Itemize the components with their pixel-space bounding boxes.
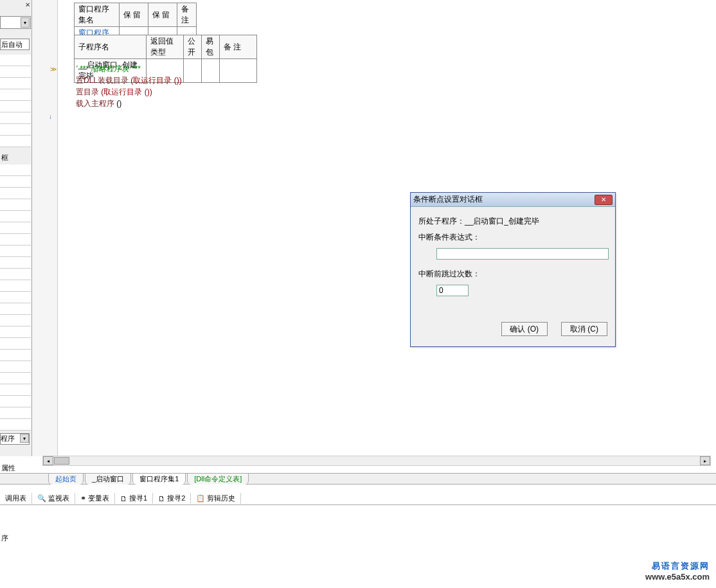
code-editor[interactable]: 窗口程序集名 保 留 保 留 备 注 窗口程序集1 子程序名 返回值类型 公 开…: [58, 0, 716, 456]
col-keep2: 保 留: [148, 3, 177, 27]
watermark: 易语言资源网 www.e5a5x.com: [645, 560, 710, 582]
col-sub-name: 子程序名: [75, 35, 147, 59]
sub-value: __启动窗口_创建完毕: [465, 217, 539, 226]
chevron-down-icon: ▾: [20, 434, 29, 443]
scroll-left-icon[interactable]: ◂: [43, 456, 53, 465]
col-note2: 备 注: [220, 35, 257, 59]
left-dropdown-1[interactable]: ▾: [0, 16, 31, 29]
cancel-button[interactable]: 取消 (C): [561, 322, 607, 336]
tab-startup-window[interactable]: _启动窗口: [85, 473, 131, 485]
skip-count-input[interactable]: [436, 285, 469, 296]
skip-label: 中断前跳过次数：: [418, 269, 607, 280]
scroll-right-icon[interactable]: ▸: [700, 456, 710, 465]
scroll-thumb[interactable]: [54, 457, 69, 465]
breakpoint-dialog: 条件断点设置对话框 ✕ 所处子程序：__启动窗口_创建完毕 中断条件表达式： 中…: [410, 192, 616, 347]
tool-watch-table[interactable]: 🔍监视表: [32, 493, 75, 504]
left-label-box: 框: [1, 153, 8, 163]
document-icon: 🗋: [158, 495, 165, 503]
arrow-down-icon: ↓: [49, 113, 52, 120]
close-button[interactable]: ✕: [595, 195, 613, 205]
close-icon[interactable]: ✕: [25, 1, 30, 8]
dialog-titlebar[interactable]: 条件断点设置对话框 ✕: [411, 193, 615, 207]
cond-label: 中断条件表达式：: [418, 232, 607, 243]
sub-row: 所处子程序：__启动窗口_创建完毕: [418, 216, 607, 227]
left-textbox-auto[interactable]: 后自动: [0, 39, 30, 50]
col-easy: 易包: [202, 35, 220, 59]
tab-start-page[interactable]: 起始页: [48, 473, 84, 485]
ok-button[interactable]: 确认 (O): [501, 322, 548, 336]
tool-var-table[interactable]: ⚭变量表: [75, 493, 115, 504]
status-text: 序: [1, 533, 8, 543]
condition-input[interactable]: [436, 248, 609, 260]
tab-dll-commands[interactable]: [Dll命令定义表]: [187, 473, 249, 485]
editor-tabs: 起始页 _启动窗口 窗口程序集1 [Dll命令定义表]: [0, 473, 716, 485]
horizontal-scrollbar[interactable]: ◂ ▸: [42, 456, 711, 466]
tab-window-assembly[interactable]: 窗口程序集1: [132, 473, 186, 485]
left-grid: [0, 55, 31, 147]
bottom-toolbar: 调用表 🔍监视表 ⚭变量表 🗋搜寻1 🗋搜寻2 📋剪辑历史: [0, 492, 716, 505]
tool-call-table[interactable]: 调用表: [0, 493, 32, 504]
document-icon: 🗋: [120, 495, 127, 503]
tool-clip-history[interactable]: 📋剪辑历史: [191, 493, 241, 504]
search-icon: 🔍: [37, 494, 46, 503]
left-dropdown-2[interactable]: 程序▾: [0, 433, 30, 445]
dialog-title: 条件断点设置对话框: [413, 194, 595, 205]
code-lines[interactable]: ' *** 缩略程序块 *** 置DLL装载目录 (取运行目录 ()) 置目录 …: [76, 63, 182, 109]
code-gutter: ≫ ↓: [32, 0, 58, 456]
tool-search2[interactable]: 🗋搜寻2: [153, 493, 191, 504]
col-return-type: 返回值类型: [147, 35, 184, 59]
tool-search1[interactable]: 🗋搜寻1: [115, 493, 153, 504]
chevron-down-icon: ▾: [21, 17, 30, 28]
left-sidebar: ✕ ▾ 后自动 框 程序▾ 属性: [0, 0, 32, 456]
col-note: 备 注: [177, 3, 197, 27]
breakpoint-marker-icon[interactable]: ≫: [50, 66, 57, 73]
col-keep1: 保 留: [120, 3, 148, 27]
link-icon: ⚭: [80, 494, 86, 503]
col-assembly-name: 窗口程序集名: [75, 3, 120, 27]
left-label-prop: 属性: [1, 463, 15, 473]
code-comment: ' *** 缩略程序块 ***: [76, 64, 140, 73]
col-public: 公 开: [184, 35, 202, 59]
clipboard-icon: 📋: [196, 494, 205, 503]
